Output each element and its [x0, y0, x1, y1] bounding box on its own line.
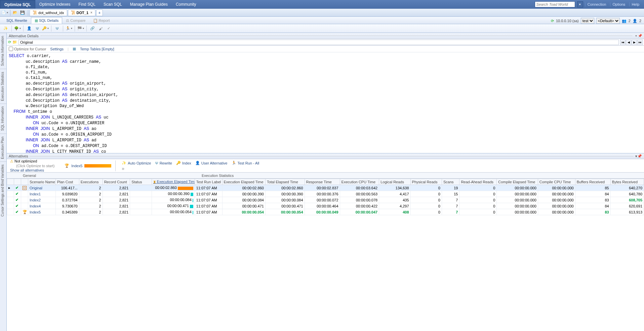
subtab-label: Report	[99, 18, 110, 22]
link-help[interactable]: Help	[629, 2, 641, 6]
brush-icon[interactable]: 🖌	[97, 25, 104, 32]
action-toolbar: ✨ 🌳 👤 Ψ 🔑 Ψ 🏃 🏁 🔗 🖌 ✓	[0, 24, 644, 33]
menu-optimize-indexes[interactable]: Optimize Indexes	[35, 0, 75, 9]
file-tab-label: DOT_1	[77, 11, 88, 15]
separator	[63, 26, 63, 32]
link-icon[interactable]: 🔗	[89, 25, 96, 32]
file-tab-label: dot_without_idx	[38, 11, 64, 15]
menu-optimize-sql[interactable]: Optimize SQL	[0, 0, 35, 9]
users-icon[interactable]: 👥	[622, 19, 627, 23]
separator	[75, 26, 75, 32]
file-tab-dot-1[interactable]: 📜 DOT_1 ×	[68, 9, 95, 16]
flag-icon[interactable]: 🏁	[77, 25, 84, 32]
menu-scan-sql[interactable]: Scan SQL	[99, 0, 126, 9]
separator	[10, 10, 10, 16]
check-icon[interactable]: ✓	[105, 25, 112, 32]
separator	[11, 26, 12, 32]
separator	[86, 26, 87, 32]
search-input[interactable]	[535, 1, 575, 7]
add-tab-button[interactable]: +	[96, 9, 103, 16]
search-button[interactable]: ▾	[577, 1, 583, 7]
subtab-report: 📋 Report	[89, 17, 114, 24]
open-button[interactable]: 📂	[12, 9, 18, 16]
runner-icon[interactable]: 🏃	[65, 25, 73, 32]
script-icon: 📜	[33, 10, 37, 15]
close-tab-icon[interactable]: ×	[90, 11, 92, 14]
save-button[interactable]: 💾	[19, 9, 26, 16]
tree-icon[interactable]: 🌳	[14, 25, 21, 32]
schema-select[interactable]: <Default>	[596, 18, 620, 24]
separator	[28, 10, 28, 16]
top-menu-bar: Optimize SQL Optimize Indexes Find SQL S…	[0, 0, 644, 9]
file-tab-dot-without-idx[interactable]: 📜 dot_without_idx	[30, 9, 67, 16]
separator	[23, 26, 24, 32]
link-connection[interactable]: Connection	[585, 2, 608, 6]
sub-tabs-bar: SQL Rewrite ▦ SQL Details ⚖ Compare 📋 Re…	[0, 17, 644, 24]
connection-label: 10.0.0.10 (sa)	[556, 19, 579, 23]
rewrite-icon[interactable]: Ψ	[34, 25, 41, 32]
menu-find-sql[interactable]: Find SQL	[74, 0, 99, 9]
count-1: 2	[629, 19, 631, 23]
subtab-sql-rewrite[interactable]: SQL Rewrite	[3, 17, 31, 24]
refresh-icon[interactable]: ⟳	[551, 19, 554, 23]
menu-community[interactable]: Community	[172, 0, 200, 9]
key-icon[interactable]: 🔑	[42, 25, 49, 32]
fork-icon[interactable]: Ψ	[53, 25, 61, 32]
report-icon: 📋	[93, 18, 98, 23]
database-select[interactable]: test	[581, 18, 594, 24]
subtab-label: SQL Details	[39, 18, 58, 22]
count-2: 2	[639, 19, 641, 23]
sql-details-icon: ▦	[35, 18, 38, 23]
wand-icon[interactable]: ✨	[2, 25, 9, 32]
menu-manage-plan-guides[interactable]: Manage Plan Guides	[126, 0, 172, 9]
link-options[interactable]: Options	[610, 2, 627, 6]
subtab-label: Compare	[70, 18, 85, 22]
person-icon[interactable]: 👤	[26, 25, 33, 32]
script-icon: 📜	[71, 10, 76, 15]
user-icon[interactable]: 👤	[633, 19, 637, 23]
new-session-button[interactable]: 📄	[1, 9, 8, 16]
subtab-compare: ⚖ Compare	[62, 17, 89, 24]
compare-icon: ⚖	[66, 18, 69, 23]
separator	[51, 26, 51, 32]
subtab-sql-details[interactable]: ▦ SQL Details	[31, 17, 62, 24]
file-toolbar: 📄 📂 💾 📜 dot_without_idx 📜 DOT_1 × +	[0, 9, 644, 17]
